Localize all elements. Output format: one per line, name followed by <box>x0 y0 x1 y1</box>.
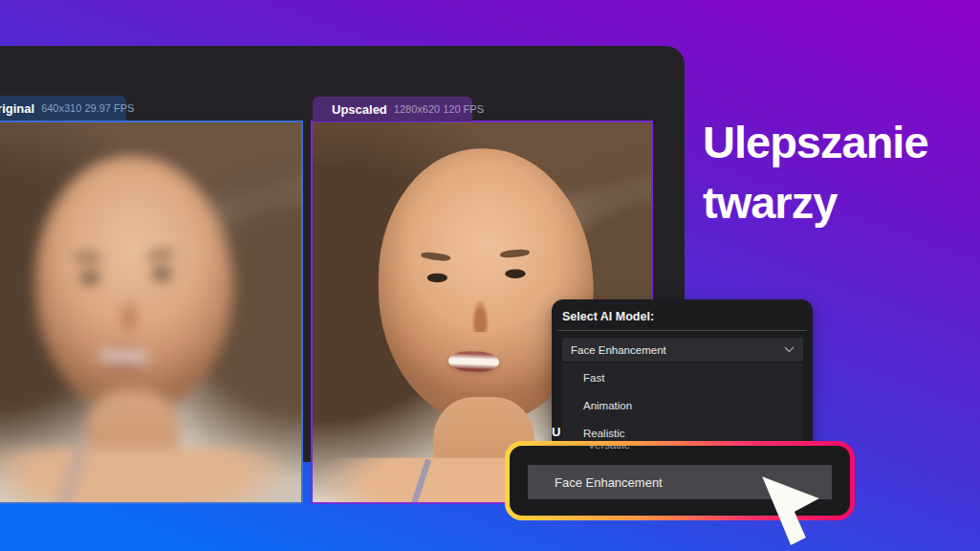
divider <box>557 330 807 331</box>
tab-upscaled[interactable]: Upscaled 1280x620 120 FPS <box>313 97 472 121</box>
callout-partial-option: Versatile <box>588 446 630 451</box>
page-title: Ulepszanie twarzy <box>703 113 980 233</box>
tab-original[interactable]: Original 640x310 29.97 FPS <box>0 96 126 121</box>
option-animation[interactable]: Animation <box>562 391 803 419</box>
option-fast[interactable]: Fast <box>562 364 803 391</box>
tab-upscaled-label: Upscaled <box>332 102 387 117</box>
cursor-arrow-icon <box>751 469 828 551</box>
chevron-down-icon <box>784 346 795 353</box>
original-video-frame <box>0 121 303 504</box>
ai-model-selected-value: Face Enhancement <box>571 344 666 356</box>
tab-upscaled-meta: 1280x620 120 FPS <box>394 103 484 115</box>
ai-model-select[interactable]: Face Enhancement <box>562 338 803 362</box>
tab-original-label: Original <box>0 101 34 116</box>
original-face-photo <box>0 121 303 504</box>
tab-original-meta: 640x310 29.97 FPS <box>41 102 134 114</box>
ai-model-panel-title: Select AI Model: <box>552 299 813 330</box>
background-text-fragment: U <box>552 425 560 439</box>
